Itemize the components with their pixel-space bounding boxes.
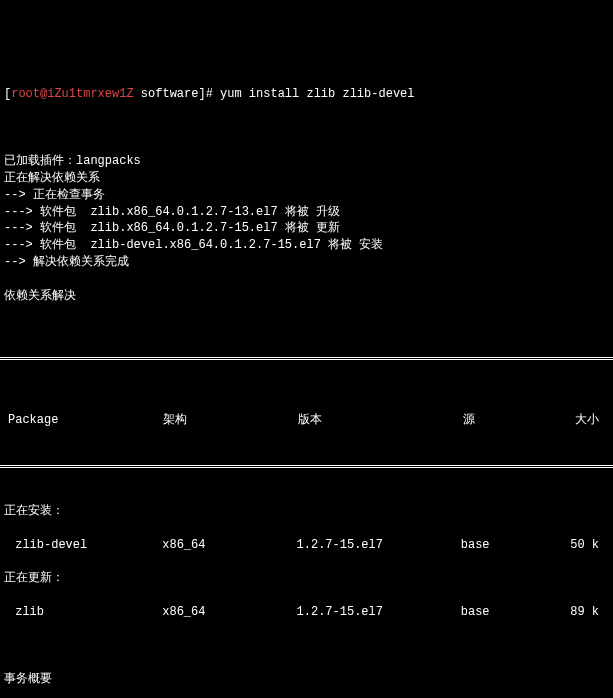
col-repo: 源 (463, 412, 573, 429)
shell-prompt: [root@iZu1tmrxew1Z software]# yum instal… (0, 86, 613, 103)
cell: base (461, 537, 570, 554)
output-line: --> 解决依赖关系完成 (0, 254, 613, 271)
cell: zlib (8, 604, 162, 621)
col-arch: 架构 (163, 412, 298, 429)
output-line: 依赖关系解决 (0, 288, 613, 305)
cell: 50 k (570, 537, 605, 554)
cell: 1.2.7-15.el7 (297, 537, 461, 554)
cell: x86_64 (162, 604, 296, 621)
command-text: yum install zlib zlib-devel (220, 87, 414, 101)
cell: x86_64 (162, 537, 296, 554)
divider (0, 357, 613, 360)
output-line (0, 271, 613, 288)
summary-header: 事务概要 (0, 671, 613, 688)
col-size: 大小 (573, 412, 605, 429)
package-row: zlib-develx86_641.2.7-15.el7base50 k (0, 537, 613, 554)
output-line: ---> 软件包 zlib.x86_64.0.1.2.7-15.el7 将被 更… (0, 220, 613, 237)
cell: 89 k (570, 604, 605, 621)
output-line: ---> 软件包 zlib.x86_64.0.1.2.7-13.el7 将被 升… (0, 204, 613, 221)
divider (0, 465, 613, 468)
output-line: 已加载插件：langpacks (0, 153, 613, 170)
output-line: 正在解决依赖关系 (0, 170, 613, 187)
output-line (0, 304, 613, 321)
cell: zlib-devel (8, 537, 162, 554)
output-line: --> 正在检查事务 (0, 187, 613, 204)
col-version: 版本 (298, 412, 463, 429)
output-line: ---> 软件包 zlib-devel.x86_64.0.1.2.7-15.el… (0, 237, 613, 254)
user-host: root@iZu1tmrxew1Z (11, 87, 133, 101)
cell: 1.2.7-15.el7 (297, 604, 461, 621)
col-package: Package (8, 412, 163, 429)
installing-header: 正在安装： (0, 503, 613, 520)
table-header: Package 架构 版本 源 大小 (0, 412, 613, 429)
cell: base (461, 604, 570, 621)
blank (0, 637, 613, 654)
package-row: zlibx86_641.2.7-15.el7base89 k (0, 604, 613, 621)
updating-header: 正在更新： (0, 570, 613, 587)
